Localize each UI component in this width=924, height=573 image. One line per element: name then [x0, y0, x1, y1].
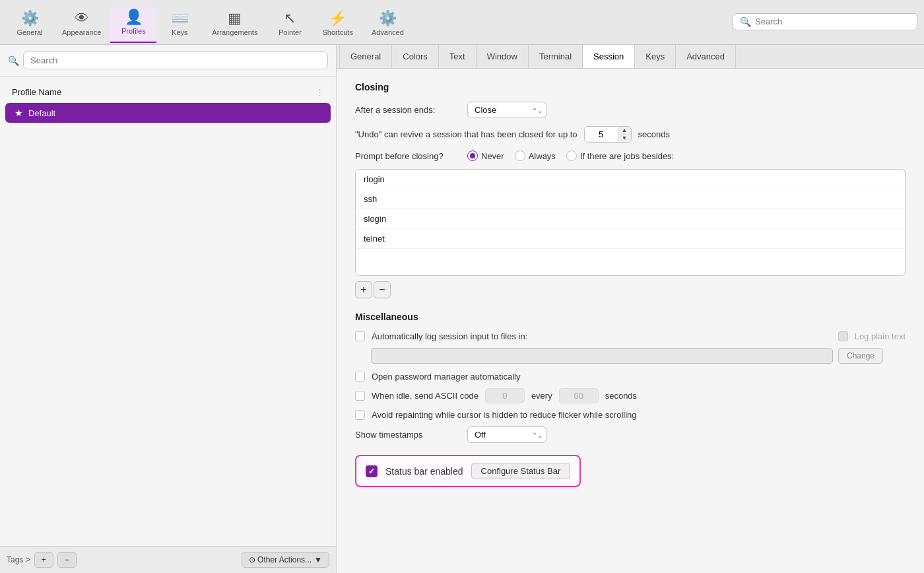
password-manager-label: Open password manager automatically: [372, 372, 520, 382]
toolbar-item-shortcuts[interactable]: ⚡ Shortcuts: [313, 7, 362, 43]
timestamps-label: Show timestamps: [355, 430, 461, 440]
other-actions-button[interactable]: ⊙ Other Actions... ▼: [242, 552, 329, 568]
shortcuts-icon: ⚡: [329, 11, 346, 26]
radio-if-jobs-label: If there are jobs besides:: [580, 151, 674, 161]
radio-always[interactable]: Always: [515, 151, 556, 161]
change-button[interactable]: Change: [838, 348, 883, 364]
tab-window[interactable]: Window: [477, 45, 529, 68]
toolbar-label-appearance: Appearance: [62, 28, 101, 36]
status-bar-container: ✓ Status bar enabled Configure Status Ba…: [355, 455, 581, 487]
sidebar-list-container: Profile Name ⋮ ★ Default: [0, 77, 336, 546]
toolbar-nav: ⚙️ General 👁 Appearance 👤 Profiles ⌨️ Ke…: [7, 6, 733, 43]
timestamps-select[interactable]: Off On: [467, 426, 546, 443]
remove-job-button[interactable]: −: [374, 281, 391, 298]
list-item-empty: [356, 249, 905, 275]
avoid-repaint-row: Avoid repainting while cursor is hidden …: [355, 410, 906, 420]
settings-body: Closing After a session ends: Close Keep…: [337, 69, 924, 573]
add-job-button[interactable]: +: [355, 281, 372, 298]
toolbar-label-shortcuts: Shortcuts: [322, 28, 352, 36]
sidebar-resize-handle[interactable]: ⋮: [315, 87, 324, 97]
closing-section: Closing After a session ends: Close Keep…: [355, 82, 906, 298]
toolbar-search-input[interactable]: [755, 17, 910, 26]
log-path-row: Change: [355, 348, 906, 364]
tab-keys[interactable]: Keys: [635, 45, 676, 68]
timestamps-select-wrapper: Off On: [467, 426, 546, 443]
log-session-checkbox[interactable]: [355, 331, 365, 341]
toolbar-item-pointer[interactable]: ↖ Pointer: [267, 7, 313, 43]
list-item[interactable]: telnet: [356, 229, 905, 249]
configure-status-bar-button[interactable]: Configure Status Bar: [471, 463, 571, 479]
log-plain-text-checkbox[interactable]: [838, 331, 848, 341]
tags-button[interactable]: Tags >: [7, 555, 30, 564]
undo-row: "Undo" can revive a session that has bee…: [355, 126, 906, 143]
idle-seconds-input[interactable]: [559, 388, 599, 403]
other-actions-label: ⊙ Other Actions...: [249, 555, 312, 564]
status-bar-label: Status bar enabled: [385, 466, 463, 477]
pointer-icon: ↖: [284, 11, 296, 26]
undo-seconds-input[interactable]: 5: [585, 127, 618, 142]
radio-never[interactable]: Never: [467, 151, 504, 161]
tab-terminal[interactable]: Terminal: [529, 45, 583, 68]
radio-if-jobs[interactable]: If there are jobs besides:: [566, 151, 674, 161]
other-actions-arrow: ▼: [314, 555, 322, 564]
password-manager-row: Open password manager automatically: [355, 372, 906, 382]
idle-checkbox[interactable]: [355, 391, 365, 401]
add-profile-button[interactable]: +: [34, 552, 53, 568]
log-session-row: Automatically log session input to files…: [355, 331, 906, 341]
after-session-row: After a session ends: Close Keep: [355, 102, 906, 118]
toolbar-label-keys: Keys: [172, 28, 187, 36]
undo-spinner-arrows: ▲ ▼: [618, 127, 631, 142]
gear-icon: ⚙️: [21, 11, 39, 26]
sidebar-item-default[interactable]: ★ Default: [5, 103, 331, 123]
undo-seconds-spinner[interactable]: 5 ▲ ▼: [584, 126, 632, 143]
idle-row: When idle, send ASCII code every seconds: [355, 388, 906, 403]
avoid-repaint-checkbox[interactable]: [355, 410, 365, 420]
undo-increment-btn[interactable]: ▲: [618, 127, 631, 135]
after-session-select[interactable]: Close Keep: [467, 102, 546, 118]
after-session-label: After a session ends:: [355, 105, 461, 115]
toolbar-item-profiles[interactable]: 👤 Profiles: [110, 6, 156, 43]
tab-general[interactable]: General: [339, 45, 392, 68]
toolbar: ⚙️ General 👁 Appearance 👤 Profiles ⌨️ Ke…: [0, 0, 924, 45]
toolbar-item-appearance[interactable]: 👁 Appearance: [53, 7, 110, 43]
content-area: General Colors Text Window Terminal Sess…: [337, 45, 924, 573]
avoid-repaint-label: Avoid repainting while cursor is hidden …: [372, 410, 637, 420]
undo-decrement-btn[interactable]: ▼: [618, 135, 631, 142]
toolbar-item-keys[interactable]: ⌨️ Keys: [156, 7, 203, 43]
sidebar-search-input[interactable]: [23, 51, 328, 69]
password-manager-checkbox[interactable]: [355, 372, 365, 382]
toolbar-label-profiles: Profiles: [121, 27, 146, 35]
toolbar-item-general[interactable]: ⚙️ General: [7, 7, 53, 43]
list-item[interactable]: slogin: [356, 209, 905, 229]
toolbar-item-advanced[interactable]: ⚙️ Advanced: [362, 7, 413, 43]
list-item[interactable]: rlogin: [356, 170, 905, 189]
keyboard-icon: ⌨️: [171, 11, 189, 26]
radio-never-label: Never: [481, 151, 504, 161]
tab-session[interactable]: Session: [583, 45, 635, 68]
status-bar-checkbox[interactable]: ✓: [366, 465, 378, 477]
idle-code-input[interactable]: [485, 388, 525, 403]
log-path-input[interactable]: [371, 348, 833, 364]
undo-text-before: "Undo" can revive a session that has bee…: [355, 129, 578, 139]
list-item[interactable]: ssh: [356, 189, 905, 209]
sidebar-search-bar: 🔍: [0, 45, 336, 77]
closing-section-title: Closing: [355, 82, 906, 92]
radio-if-jobs-dot: [566, 151, 577, 161]
radio-never-dot: [467, 151, 478, 161]
advanced-icon: ⚙️: [379, 11, 397, 26]
radio-always-label: Always: [529, 151, 556, 161]
prompt-row: Prompt before closing? Never Always I: [355, 151, 906, 161]
remove-profile-button[interactable]: −: [57, 552, 77, 568]
toolbar-item-arrangements[interactable]: ▦ Arrangements: [203, 7, 267, 43]
person-icon: 👤: [125, 10, 143, 24]
tab-text[interactable]: Text: [439, 45, 477, 68]
idle-seconds-label: seconds: [605, 391, 637, 401]
arrangements-icon: ▦: [228, 11, 242, 26]
tab-colors[interactable]: Colors: [392, 45, 439, 68]
tab-advanced[interactable]: Advanced: [676, 45, 736, 68]
sidebar-search-icon: 🔍: [8, 55, 19, 66]
toolbar-search-container: 🔍: [733, 13, 917, 30]
undo-text-after: seconds: [638, 129, 744, 139]
sidebar: 🔍 Profile Name ⋮ ★ Default Tags > + − ⊙ …: [0, 45, 337, 573]
log-plain-text-label: Log plain text: [855, 331, 906, 341]
